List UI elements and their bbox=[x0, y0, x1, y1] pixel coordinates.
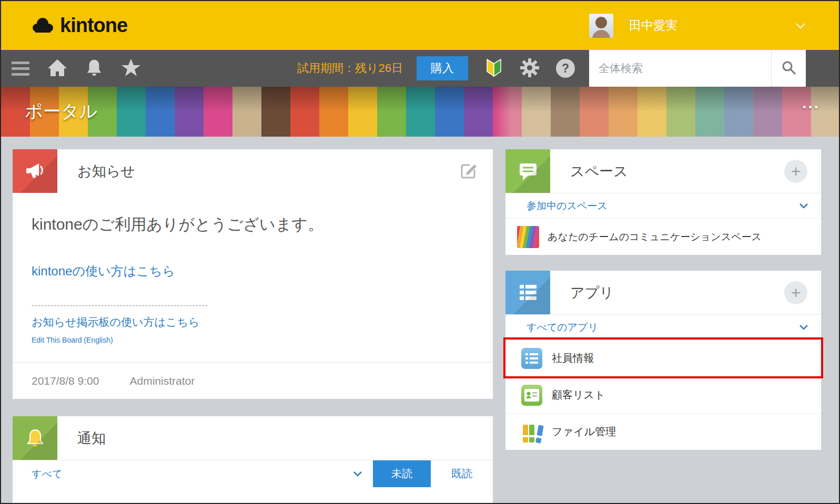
megaphone-icon bbox=[13, 149, 57, 193]
kintone-usage-link[interactable]: kintoneの使い方はこちら bbox=[32, 263, 175, 280]
space-thumbnail bbox=[517, 226, 539, 248]
favorites-button[interactable] bbox=[119, 50, 143, 87]
buy-button[interactable]: 購入 bbox=[417, 56, 468, 80]
settings-button[interactable] bbox=[518, 50, 542, 87]
portal-content: お知らせ kintoneのご利用ありがとうございます。 kintoneの使い方は… bbox=[1, 137, 839, 503]
notifications-list-area bbox=[13, 487, 493, 503]
search-input[interactable] bbox=[589, 50, 771, 87]
beginner-mark-icon bbox=[486, 58, 502, 79]
gear-icon bbox=[520, 58, 540, 79]
avatar bbox=[589, 14, 613, 38]
cloud-logo-icon bbox=[31, 16, 55, 35]
app-name: 顧客リスト bbox=[552, 388, 605, 402]
chevron-down-icon bbox=[795, 23, 806, 29]
star-icon bbox=[121, 58, 141, 79]
beginner-guide-button[interactable] bbox=[482, 50, 506, 87]
file-management-app-icon bbox=[521, 421, 542, 443]
notifications-title: 通知 bbox=[77, 429, 106, 448]
edit-board-english-link[interactable]: Edit This Board (English) bbox=[32, 336, 113, 344]
announcement-body: kintoneのご利用ありがとうございます。 kintoneの使い方はこちら -… bbox=[13, 193, 493, 344]
right-column: スペース + 参加中のスペース あなたのチームのコミュニケーションスペース bbox=[505, 149, 821, 503]
hamburger-menu-button[interactable] bbox=[8, 50, 33, 87]
search-button[interactable] bbox=[771, 50, 806, 87]
chevron-down-icon bbox=[799, 324, 808, 330]
space-name: あなたのチームのコミュニケーションスペース bbox=[548, 230, 762, 244]
main-navbar: 試用期間：残り26日 購入 bbox=[1, 50, 839, 87]
spaces-panel: スペース + 参加中のスペース あなたのチームのコミュニケーションスペース bbox=[505, 149, 821, 255]
app-item[interactable]: 社員情報 bbox=[505, 340, 821, 376]
user-name: 田中愛実 bbox=[629, 17, 677, 34]
hamburger-icon bbox=[12, 61, 29, 76]
dashed-divider: ----------------------------------------… bbox=[32, 301, 474, 310]
announcement-title: お知らせ bbox=[77, 162, 135, 181]
notification-bell-icon bbox=[13, 416, 57, 460]
kintone-logo[interactable]: kintone bbox=[31, 14, 127, 37]
global-search bbox=[589, 50, 806, 87]
customer-list-app-icon bbox=[521, 385, 542, 406]
notifications-header: 通知 bbox=[13, 416, 493, 460]
home-icon bbox=[47, 58, 68, 79]
space-item[interactable]: あなたのチームのコミュニケーションスペース bbox=[505, 218, 821, 255]
nav-icon-group bbox=[8, 50, 143, 87]
add-space-button[interactable]: + bbox=[784, 160, 807, 183]
chevron-down-icon bbox=[799, 203, 808, 209]
announcement-panel: お知らせ kintoneのご利用ありがとうございます。 kintoneの使い方は… bbox=[13, 149, 493, 399]
speech-bubble-icon bbox=[505, 149, 550, 193]
apps-title: アプリ bbox=[570, 283, 614, 302]
notifications-button[interactable] bbox=[82, 50, 106, 87]
chevron-down-icon bbox=[353, 471, 362, 477]
app-item[interactable]: ファイル管理 bbox=[505, 413, 821, 450]
notifications-filter-label: すべて bbox=[32, 467, 62, 481]
announcement-author: Administrator bbox=[129, 375, 195, 387]
top-header: kintone 田中愛実 bbox=[1, 1, 839, 50]
announcement-footer: 2017/8/8 9:00 Administrator bbox=[13, 362, 493, 399]
apps-filter-select[interactable]: すべてのアプリ bbox=[505, 314, 821, 340]
user-menu[interactable]: 田中愛実 bbox=[589, 14, 806, 38]
edit-board-button[interactable] bbox=[459, 161, 478, 181]
logo-text: kintone bbox=[60, 14, 127, 37]
question-icon: ? bbox=[556, 59, 575, 78]
spaces-header: スペース + bbox=[505, 149, 821, 193]
apps-header: アプリ + bbox=[505, 271, 821, 314]
board-usage-link[interactable]: お知らせ掲示板の使い方はこちら bbox=[32, 315, 199, 330]
app-list-icon bbox=[505, 271, 550, 314]
unread-tab[interactable]: 未読 bbox=[373, 460, 431, 487]
app-name: 社員情報 bbox=[552, 351, 594, 365]
search-icon bbox=[781, 60, 797, 77]
notifications-filter-bar: すべて 未読 既読 bbox=[13, 460, 493, 487]
help-button[interactable]: ? bbox=[553, 50, 578, 87]
announcement-timestamp: 2017/8/8 9:00 bbox=[32, 375, 99, 387]
portal-cover-image: ポータル ... bbox=[1, 87, 839, 137]
app-name: ファイル管理 bbox=[552, 425, 616, 439]
spaces-filter-label: 参加中のスペース bbox=[527, 199, 608, 213]
kintone-portal-page: kintone 田中愛実 bbox=[0, 0, 840, 504]
apps-panel: アプリ + すべてのアプリ 社員情報 bbox=[505, 271, 821, 450]
edit-pencil-icon bbox=[459, 161, 478, 181]
spaces-title: スペース bbox=[570, 162, 628, 181]
page-title: ポータル bbox=[25, 99, 97, 124]
trial-period-text: 試用期間：残り26日 bbox=[297, 60, 403, 76]
apps-filter-label: すべてのアプリ bbox=[527, 321, 598, 334]
employee-info-app-icon bbox=[521, 348, 542, 369]
home-button[interactable] bbox=[45, 50, 69, 87]
more-options-button[interactable]: ... bbox=[802, 94, 820, 112]
add-app-button[interactable]: + bbox=[784, 281, 807, 304]
spaces-filter-select[interactable]: 参加中のスペース bbox=[505, 193, 821, 218]
notifications-filter-select[interactable]: すべて bbox=[13, 460, 373, 487]
notifications-panel: 通知 すべて 未読 既読 bbox=[13, 416, 493, 503]
announcement-header: お知らせ bbox=[13, 149, 493, 193]
read-tab[interactable]: 既読 bbox=[431, 460, 493, 487]
app-item[interactable]: 顧客リスト bbox=[505, 376, 821, 413]
left-column: お知らせ kintoneのご利用ありがとうございます。 kintoneの使い方は… bbox=[13, 149, 493, 503]
announcement-heading: kintoneのご利用ありがとうございます。 bbox=[32, 214, 474, 235]
bell-icon bbox=[84, 58, 104, 79]
